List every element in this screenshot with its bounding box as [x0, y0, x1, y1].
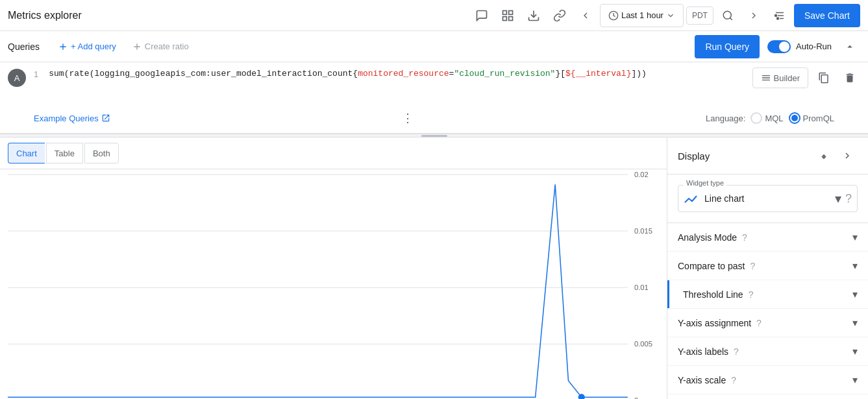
- queries-right: Run Query Auto-Run: [695, 35, 860, 58]
- compare-to-past-label: Compare to past: [678, 261, 745, 271]
- search-icon-btn[interactable]: [716, 4, 739, 27]
- auto-run-toggle: Auto-Run: [767, 40, 832, 53]
- compare-to-past-option[interactable]: Compare to past ? ▾: [667, 252, 868, 280]
- display-header: Display: [667, 138, 868, 175]
- svg-text:0: 0: [634, 396, 638, 399]
- time-range-label: Last 1 hour: [621, 10, 663, 20]
- widget-type-row: Line chart ▾ ?: [684, 191, 852, 206]
- q-func-sum: sum(rate(: [49, 69, 94, 79]
- chart-area: Chart Table Both 0.02 0.015 0.01 0.005 0: [0, 138, 667, 399]
- time-prev-btn[interactable]: [574, 4, 597, 27]
- compare-to-past-help-icon[interactable]: ?: [750, 261, 756, 271]
- display-panel: Display Widget type: [667, 138, 868, 399]
- display-collapse-btn[interactable]: [837, 145, 858, 166]
- line-chart-icon: [684, 191, 699, 206]
- q-brace-open: {: [353, 69, 358, 79]
- add-query-button[interactable]: + Add query: [50, 36, 124, 57]
- comment-icon-btn[interactable]: [470, 4, 493, 27]
- q-label-val: "cloud_run_revision": [454, 69, 555, 79]
- create-ratio-label: Create ratio: [145, 42, 189, 51]
- app-title: Metrics explorer: [8, 10, 82, 21]
- query-letter: A: [8, 69, 26, 87]
- y-axis-assignment-label: Y-axis assignment: [678, 318, 751, 328]
- widget-dropdown-arrow[interactable]: ▾: [835, 191, 841, 206]
- y-axis-labels-label: Y-axis labels: [678, 346, 728, 357]
- display-options-list: Analysis Mode ? ▾ Compare to past ? ▾ Th…: [667, 223, 868, 394]
- main-content: Chart Table Both 0.02 0.015 0.01 0.005 0: [0, 138, 868, 399]
- q-metric: logging_googleapis_com:user_model_intera…: [94, 69, 353, 79]
- collapse-queries-button[interactable]: [839, 36, 860, 57]
- svg-point-6: [723, 11, 731, 19]
- display-expand-btn[interactable]: [813, 145, 834, 166]
- query-line-number: 1: [34, 69, 38, 79]
- drag-handle: [421, 135, 447, 137]
- delete-query-button[interactable]: [839, 67, 860, 88]
- y-axis-scale-help-icon[interactable]: ?: [731, 375, 736, 385]
- add-widget-icon-btn[interactable]: [496, 4, 519, 27]
- builder-tools: Builder: [752, 67, 860, 88]
- analysis-mode-help-icon[interactable]: ?: [742, 232, 747, 243]
- promql-radio-circle: [789, 112, 800, 124]
- tab-both[interactable]: Both: [84, 143, 119, 163]
- y-axis-labels-help-icon[interactable]: ?: [734, 346, 739, 357]
- builder-button[interactable]: Builder: [752, 67, 808, 88]
- time-range-btn[interactable]: Last 1 hour: [600, 4, 684, 27]
- y-axis-scale-option[interactable]: Y-axis scale ? ▾: [667, 366, 868, 394]
- mql-radio[interactable]: MQL: [750, 112, 783, 124]
- svg-text:0.005: 0.005: [634, 340, 652, 348]
- query-editor: A 1 sum(rate(logging_googleapis_com:user…: [0, 62, 868, 134]
- y-axis-scale-label: Y-axis scale: [678, 375, 726, 385]
- display-title: Display: [678, 151, 710, 162]
- time-next-btn[interactable]: [742, 4, 765, 27]
- compare-to-past-chevron: ▾: [852, 260, 858, 272]
- svg-point-12: [776, 18, 778, 19]
- y-axis-scale-chevron: ▾: [852, 374, 858, 386]
- tab-table[interactable]: Table: [46, 143, 83, 163]
- analysis-mode-chevron: ▾: [852, 231, 858, 243]
- chart-tabs: Chart Table Both: [0, 138, 667, 169]
- threshold-line-option[interactable]: Threshold Line ? ▾: [667, 280, 868, 309]
- create-ratio-button: Create ratio: [124, 36, 197, 57]
- svg-rect-2: [502, 16, 506, 20]
- svg-point-11: [775, 14, 776, 16]
- copy-query-button[interactable]: [813, 67, 834, 88]
- svg-rect-3: [509, 16, 513, 20]
- queries-bar: Queries + Add query Create ratio Run Que…: [0, 31, 868, 62]
- widget-type-label: Widget type: [684, 179, 726, 187]
- mql-label: MQL: [765, 114, 783, 123]
- auto-run-switch[interactable]: [767, 40, 791, 53]
- chart-svg: 0.02 0.015 0.01 0.005 0: [8, 175, 634, 399]
- more-options-button[interactable]: ⋮: [402, 111, 414, 125]
- query-text[interactable]: sum(rate(logging_googleapis_com:user_mod…: [49, 67, 860, 80]
- y-axis-labels-option[interactable]: Y-axis labels ? ▾: [667, 337, 868, 366]
- settings-icon-btn[interactable]: [768, 4, 791, 27]
- share-link-icon-btn[interactable]: [548, 4, 571, 27]
- promql-label: PromQL: [803, 114, 834, 123]
- svg-line-7: [730, 18, 732, 19]
- promql-radio[interactable]: PromQL: [789, 112, 834, 124]
- promql-radio-dot: [791, 115, 798, 121]
- y-axis-assignment-chevron: ▾: [852, 317, 858, 329]
- top-bar-actions: Last 1 hour PDT Save Chart: [470, 4, 860, 27]
- analysis-mode-label: Analysis Mode: [678, 232, 737, 243]
- mql-radio-circle: [750, 112, 762, 124]
- threshold-line-help-icon[interactable]: ?: [749, 289, 754, 300]
- save-chart-button[interactable]: Save Chart: [794, 4, 860, 27]
- svg-text:0.01: 0.01: [634, 284, 649, 291]
- threshold-indicator: [667, 280, 669, 308]
- q-var: ${__interval}: [565, 69, 631, 79]
- analysis-mode-option[interactable]: Analysis Mode ? ▾: [667, 223, 868, 252]
- svg-rect-0: [502, 10, 506, 14]
- y-axis-assignment-option[interactable]: Y-axis assignment ? ▾: [667, 309, 868, 337]
- y-axis-assignment-help-icon[interactable]: ?: [756, 318, 762, 328]
- example-queries-link[interactable]: Example Queries: [34, 114, 110, 123]
- run-query-button[interactable]: Run Query: [695, 35, 760, 58]
- query-footer: Example Queries ⋮ Language: MQL PromQL: [0, 108, 868, 128]
- widget-help-icon[interactable]: ?: [845, 192, 852, 206]
- widget-type-section: Widget type Line chart ▾ ?: [667, 175, 868, 223]
- svg-text:0.02: 0.02: [634, 171, 649, 178]
- threshold-line-chevron: ▾: [852, 288, 858, 300]
- download-icon-btn[interactable]: [522, 4, 545, 27]
- tab-chart[interactable]: Chart: [8, 143, 45, 163]
- builder-label: Builder: [774, 73, 800, 83]
